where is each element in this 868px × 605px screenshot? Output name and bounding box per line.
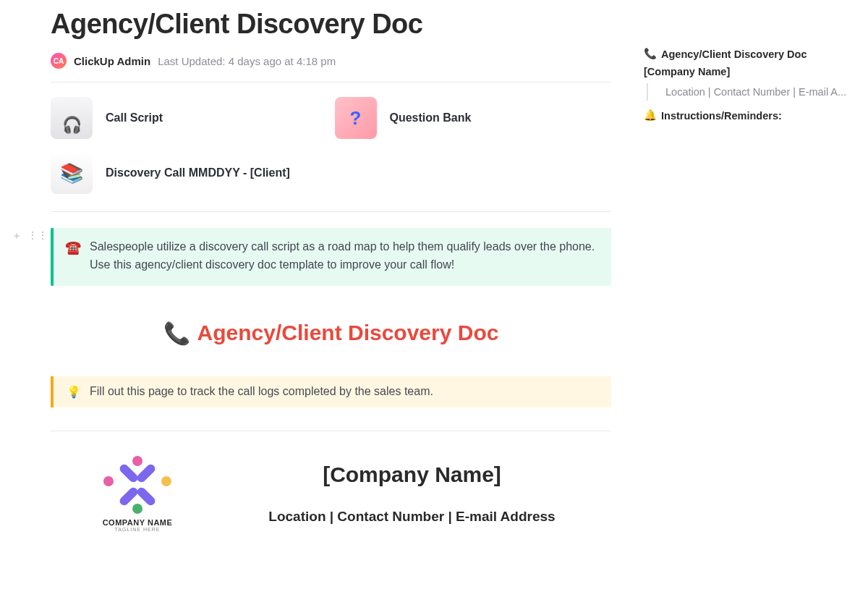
outline-item-label: Agency/Client Discovery Doc [661, 48, 807, 60]
drag-handle-icon[interactable]: ⋮⋮ [27, 229, 48, 242]
callout-text: Salespeople utilize a discovery call scr… [90, 238, 597, 274]
company-name-heading: [Company Name] [213, 462, 611, 487]
section-heading-text: Agency/Client Discovery Doc [197, 321, 499, 345]
outline-subitem[interactable]: Location | Contact Number | E-mail A... [658, 83, 854, 101]
phone-icon: 📞 [163, 321, 190, 346]
divider [51, 82, 611, 82]
author-name[interactable]: ClickUp Admin [74, 55, 150, 67]
tip-text: Fill out this page to track the call log… [90, 385, 433, 398]
add-block-icon[interactable]: ＋ [12, 229, 22, 242]
company-subline: Location | Contact Number | E-mail Addre… [213, 509, 611, 525]
document-main: Agency/Client Discovery Doc CA ClickUp A… [51, 9, 611, 532]
outline-panel: 📞 Agency/Client Discovery Doc [Company N… [644, 45, 854, 124]
author-avatar[interactable]: CA [51, 53, 67, 69]
subpage-discovery-call[interactable]: Discovery Call MMDDYY - [Client] [51, 152, 328, 194]
subpage-grid: Call Script ? Question Bank Discovery Ca… [51, 97, 611, 194]
block-controls[interactable]: ＋ ⋮⋮ [12, 229, 48, 242]
outline-subgroup: Location | Contact Number | E-mail A... [647, 83, 854, 101]
subpage-label: Discovery Call MMDDYY - [Client] [106, 166, 290, 179]
last-updated: Last Updated: 4 days ago at 4:18 pm [158, 55, 336, 67]
byline: CA ClickUp Admin Last Updated: 4 days ag… [51, 53, 611, 69]
subpage-label: Call Script [106, 111, 163, 124]
bell-icon: 🔔 [644, 109, 657, 122]
thumbnail-icon [51, 152, 93, 194]
subpage-question-bank[interactable]: ? Question Bank [335, 97, 612, 139]
company-block: COMPANY NAME TAGLINE HERE [Company Name]… [51, 456, 611, 532]
divider [51, 211, 611, 212]
subpage-label: Question Bank [390, 111, 472, 124]
divider [51, 431, 611, 431]
outline-item[interactable]: 📞 Agency/Client Discovery Doc [644, 45, 854, 63]
section-heading: 📞 Agency/Client Discovery Doc [51, 321, 611, 346]
outline-item-label: [Company Name] [644, 66, 730, 77]
outline-item-label: Instructions/Reminders: [661, 110, 782, 122]
outline-item[interactable]: [Company Name] [644, 63, 854, 80]
company-text: [Company Name] Location | Contact Number… [213, 462, 611, 525]
thumbnail-icon: ? [335, 97, 377, 139]
page-title: Agency/Client Discovery Doc [51, 9, 611, 40]
phone-icon: 📞 [644, 48, 657, 60]
logo-tagline: TAGLINE HERE [87, 527, 188, 532]
logo-name: COMPANY NAME [87, 518, 188, 527]
intro-callout: ☎️ Salespeople utilize a discovery call … [51, 228, 611, 286]
tip-callout: 💡 Fill out this page to track the call l… [51, 376, 611, 407]
logo-mark-icon [105, 456, 170, 514]
callout-block[interactable]: ＋ ⋮⋮ ☎️ Salespeople utilize a discovery … [51, 228, 611, 286]
lightbulb-icon: 💡 [67, 385, 81, 399]
thumbnail-icon [51, 97, 93, 139]
subpage-call-script[interactable]: Call Script [51, 97, 328, 139]
company-logo: COMPANY NAME TAGLINE HERE [87, 456, 188, 532]
phone-icon: ☎️ [65, 238, 81, 274]
outline-item[interactable]: 🔔 Instructions/Reminders: [644, 106, 854, 124]
